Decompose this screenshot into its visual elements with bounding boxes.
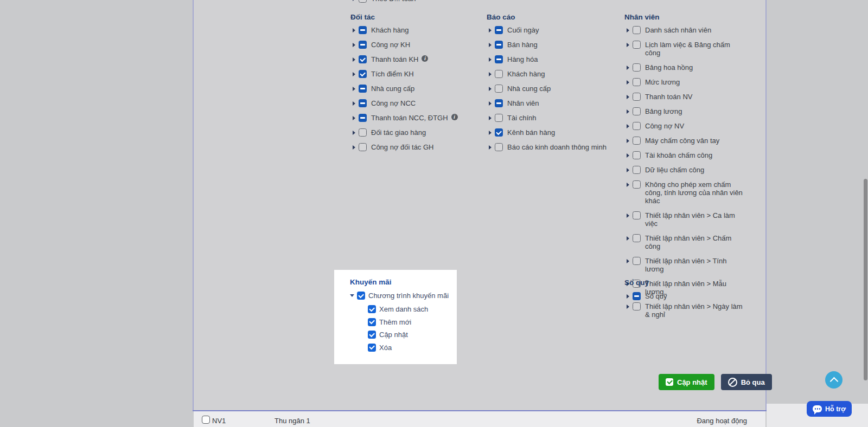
checkbox-unchecked[interactable] <box>359 0 367 3</box>
expand-arrow-icon[interactable] <box>627 153 629 158</box>
checkbox-unchecked[interactable] <box>633 257 641 265</box>
perm-item-label: Thiết lập nhân viên > Ngày làm & nghỉ <box>645 302 746 319</box>
expand-arrow-icon[interactable] <box>353 145 355 150</box>
checkbox-unchecked[interactable] <box>633 63 641 72</box>
perm-item-label: Đối tác giao hàng <box>371 128 426 137</box>
perm-item: Thanh toán KHi <box>350 55 458 63</box>
expand-arrow-icon[interactable] <box>353 43 355 47</box>
checkbox-unchecked[interactable] <box>633 41 641 49</box>
expand-arrow-icon[interactable] <box>353 57 355 62</box>
expand-arrow-icon[interactable] <box>353 131 355 135</box>
perm-item-label: Lịch làm việc & Bảng chấm công <box>645 41 746 57</box>
expand-arrow-icon[interactable] <box>627 214 629 218</box>
checkbox-checked[interactable] <box>368 305 376 313</box>
checkbox-unchecked[interactable] <box>495 143 503 151</box>
checkbox-indeterminate[interactable] <box>495 55 503 63</box>
expand-arrow-icon[interactable] <box>353 87 355 91</box>
expand-arrow-icon[interactable] <box>353 28 355 33</box>
checkbox-unchecked[interactable] <box>633 211 641 219</box>
expand-arrow-icon[interactable] <box>489 57 492 62</box>
expand-arrow-icon[interactable] <box>350 294 354 297</box>
perm-item: Thanh toán NCC, ĐTGHi <box>350 114 458 122</box>
perm-item-label: Kênh bán hàng <box>507 128 555 137</box>
expand-arrow-icon[interactable] <box>627 80 629 85</box>
checkbox-unchecked[interactable] <box>633 107 641 115</box>
expand-arrow-icon[interactable] <box>489 72 492 76</box>
checkbox-checked[interactable] <box>359 55 367 63</box>
checkbox-unchecked[interactable] <box>633 26 641 34</box>
skip-button[interactable]: Bỏ qua <box>721 374 772 390</box>
checkbox-checked[interactable] <box>368 331 376 339</box>
checkbox-unchecked[interactable] <box>359 128 367 137</box>
checkbox-indeterminate[interactable] <box>359 41 367 49</box>
expand-arrow-icon[interactable] <box>489 131 492 135</box>
perm-item: Nhà cung cấp <box>350 85 458 93</box>
checkbox-unchecked[interactable] <box>359 143 367 151</box>
employee-code: NV1 <box>212 417 226 425</box>
checkbox-checked[interactable] <box>495 128 503 137</box>
checkbox-indeterminate[interactable] <box>633 292 641 300</box>
checkbox-indeterminate[interactable] <box>495 99 503 107</box>
checkbox-unchecked[interactable] <box>495 85 503 93</box>
expand-arrow-icon[interactable] <box>627 28 629 33</box>
checkbox-unchecked[interactable] <box>633 166 641 174</box>
expand-arrow-icon[interactable] <box>627 66 629 70</box>
expand-arrow-icon[interactable] <box>489 145 492 150</box>
checkbox-unchecked[interactable] <box>633 302 641 310</box>
perm-item-label: Xóa <box>379 344 392 352</box>
expand-arrow-icon[interactable] <box>627 305 629 309</box>
expand-arrow-icon[interactable] <box>627 109 629 114</box>
checkbox-indeterminate[interactable] <box>495 26 503 34</box>
expand-arrow-icon[interactable] <box>489 116 492 120</box>
expand-arrow-icon[interactable] <box>627 294 629 299</box>
expand-arrow-icon[interactable] <box>627 95 629 99</box>
expand-arrow-icon[interactable] <box>353 101 355 106</box>
checkbox-checked[interactable] <box>368 318 376 326</box>
checkbox-unchecked[interactable] <box>495 114 503 122</box>
checkbox-unchecked[interactable] <box>633 137 641 145</box>
perm-item: Nhân viên <box>487 99 607 107</box>
info-icon[interactable]: i <box>451 114 458 120</box>
checkbox-unchecked[interactable] <box>633 122 641 130</box>
expand-arrow-icon[interactable] <box>489 101 492 106</box>
checkbox-unchecked[interactable] <box>495 70 503 78</box>
expand-arrow-icon[interactable] <box>353 72 355 76</box>
checkbox-checked[interactable] <box>368 344 376 352</box>
update-button[interactable]: Cập nhật <box>659 374 714 390</box>
checkbox-unchecked[interactable] <box>633 151 641 159</box>
info-icon[interactable]: i <box>422 55 428 62</box>
scrollbar-thumb[interactable] <box>864 179 867 380</box>
employee-row-checkbox[interactable] <box>202 416 210 424</box>
expand-arrow-icon[interactable] <box>627 124 629 128</box>
expand-arrow-icon[interactable] <box>489 43 492 47</box>
expand-arrow-icon[interactable] <box>627 236 629 241</box>
perm-item: Máy chấm công vân tay <box>624 137 746 145</box>
checkbox-indeterminate[interactable] <box>359 85 367 93</box>
perm-item-label: Xem danh sách <box>379 305 428 313</box>
expand-arrow-icon[interactable] <box>627 139 629 143</box>
checkbox-unchecked[interactable] <box>633 78 641 86</box>
expand-arrow-icon[interactable] <box>627 168 629 172</box>
expand-arrow-icon[interactable] <box>353 116 355 120</box>
expand-arrow-icon[interactable] <box>353 0 355 1</box>
expand-arrow-icon[interactable] <box>627 43 629 47</box>
scroll-to-top-button[interactable] <box>825 371 843 389</box>
checkbox-unchecked[interactable] <box>633 234 641 242</box>
expand-arrow-icon[interactable] <box>627 259 629 263</box>
expand-arrow-icon[interactable] <box>489 28 492 33</box>
checkbox-checked[interactable] <box>359 70 367 78</box>
checkbox-indeterminate[interactable] <box>495 41 503 49</box>
support-button[interactable]: Hỗ trợ <box>807 401 852 417</box>
checkbox-unchecked[interactable] <box>633 180 641 189</box>
expand-arrow-icon[interactable] <box>489 87 492 91</box>
checkbox-indeterminate[interactable] <box>359 114 367 122</box>
checkbox-unchecked[interactable] <box>633 93 641 101</box>
perm-item: Công nợ NV <box>624 122 746 130</box>
ban-icon <box>728 378 737 387</box>
perm-item-label: Khách hàng <box>371 26 409 34</box>
checkbox-indeterminate[interactable] <box>359 26 367 34</box>
checkbox-checked[interactable] <box>357 292 365 300</box>
perm-item-label: Danh sách nhân viên <box>645 26 711 34</box>
expand-arrow-icon[interactable] <box>627 183 629 187</box>
checkbox-indeterminate[interactable] <box>359 99 367 107</box>
